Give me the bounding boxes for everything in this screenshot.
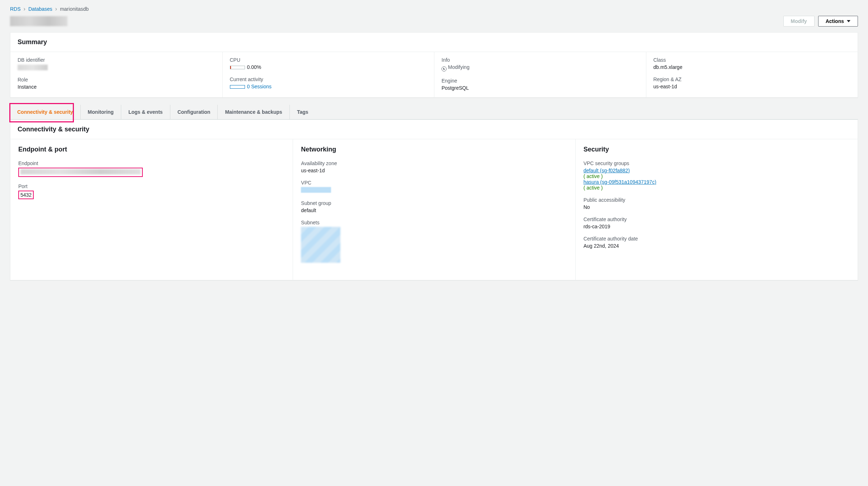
info-value: Modifying [448,64,470,70]
cpu-value: 0.00% [247,64,261,70]
breadcrumb-databases[interactable]: Databases [28,6,52,12]
engine-label: Engine [442,78,639,84]
endpoint-label: Endpoint [18,160,285,166]
info-label: Info [442,57,639,63]
networking-title: Networking [301,146,567,153]
cpu-bar-icon [230,66,245,69]
class-value: db.m5.xlarge [654,64,851,70]
tab-monitoring[interactable]: Monitoring [81,105,121,119]
highlight-endpoint-annotation [18,168,143,177]
az-label: Availability zone [301,160,567,166]
tab-logs[interactable]: Logs & events [121,105,170,119]
breadcrumb-rds[interactable]: RDS [10,6,21,12]
security-group-default-status: ( active ) [584,173,850,179]
security-group-hasura-status: ( active ) [584,185,850,191]
activity-label: Current activity [230,76,427,82]
chevron-right-icon: › [24,6,25,12]
ca-date-label: Certificate authority date [584,236,850,242]
db-identifier-label: DB identifier [18,57,215,63]
ca-date-value: Aug 22nd, 2024 [584,243,850,249]
highlight-port-annotation: 5432 [18,191,34,199]
port-value: 5432 [20,192,32,198]
page-title-redacted [10,16,67,26]
security-group-hasura-link[interactable]: hasura (sg-09f531a109437197c) [584,179,656,185]
subnets-redacted [301,227,340,263]
ca-value: rds-ca-2019 [584,224,850,229]
cpu-label: CPU [230,57,427,63]
tab-tags[interactable]: Tags [290,105,316,119]
modify-button[interactable]: Modify [783,16,815,27]
vpc-redacted [301,187,331,193]
class-label: Class [654,57,851,63]
public-access-label: Public accessibility [584,197,850,203]
endpoint-redacted [20,169,141,174]
tab-connectivity[interactable]: Connectivity & security [10,105,81,119]
security-group-default-link[interactable]: default (sg-f02fa882) [584,168,630,173]
summary-panel: Summary DB identifier Role Instance CPU … [10,32,858,98]
sessions-bar-icon [230,85,245,89]
endpoint-port-title: Endpoint & port [18,146,285,153]
subnet-group-label: Subnet group [301,200,567,206]
connectivity-title: Connectivity & security [18,126,850,133]
tab-configuration[interactable]: Configuration [170,105,218,119]
role-value: Instance [18,84,215,90]
sessions-link[interactable]: 0 Sessions [247,84,272,89]
subnet-group-value: default [301,207,567,213]
tabs: Connectivity & security Monitoring Logs … [10,105,858,120]
clock-icon [442,66,447,71]
vpc-label: VPC [301,180,567,186]
db-identifier-redacted [18,65,48,70]
breadcrumb: RDS › Databases › marionitasdb [10,6,858,12]
summary-title: Summary [18,38,850,46]
chevron-right-icon: › [55,6,57,12]
ca-label: Certificate authority [584,216,850,222]
az-value: us-east-1d [301,168,567,173]
subnets-label: Subnets [301,220,567,225]
breadcrumb-current: marionitasdb [60,6,89,12]
engine-value: PostgreSQL [442,85,639,91]
connectivity-panel: Connectivity & security Endpoint & port … [10,120,858,280]
caret-down-icon [847,20,850,22]
port-label: Port [18,183,285,189]
region-label: Region & AZ [654,76,851,82]
actions-button[interactable]: Actions [818,16,858,27]
public-access-value: No [584,204,850,210]
tab-maintenance[interactable]: Maintenance & backups [218,105,290,119]
region-value: us-east-1d [654,84,851,89]
security-title: Security [584,146,850,153]
vpc-sg-label: VPC security groups [584,160,850,166]
role-label: Role [18,77,215,83]
